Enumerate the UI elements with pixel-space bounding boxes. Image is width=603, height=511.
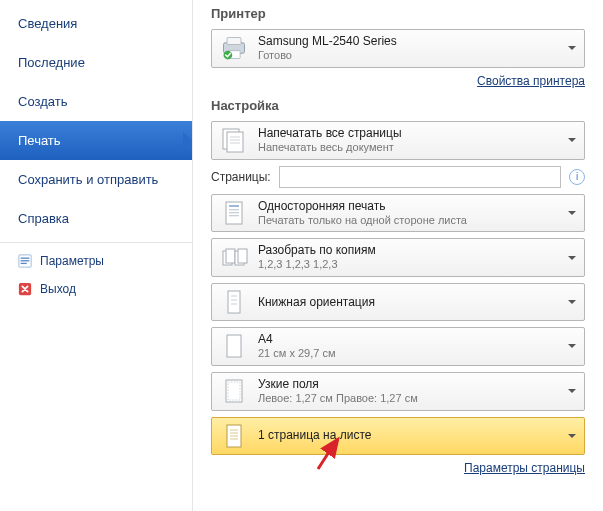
collate-selector[interactable]: Разобрать по копиям 1,2,3 1,2,3 1,2,3	[211, 238, 585, 277]
svg-rect-10	[227, 132, 243, 152]
margins-selector[interactable]: Узкие поля Левое: 1,27 см Правое: 1,27 с…	[211, 372, 585, 411]
dd-title: Книжная ориентация	[258, 295, 558, 310]
sidebar-item-recent[interactable]: Последние	[0, 43, 192, 82]
sidebar-item-print[interactable]: Печать	[0, 121, 192, 160]
dd-title: 1 страница на листе	[258, 428, 558, 443]
svg-rect-2	[21, 260, 30, 261]
svg-rect-23	[228, 291, 240, 313]
sidebar-item-new[interactable]: Создать	[0, 82, 192, 121]
chevron-down-icon	[568, 46, 576, 54]
margins-icon	[220, 377, 248, 405]
sidebar-item-save-send[interactable]: Сохранить и отправить	[0, 160, 192, 199]
dd-title: Узкие поля	[258, 377, 558, 392]
svg-rect-27	[227, 335, 241, 357]
dd-subtitle: Левое: 1,27 см Правое: 1,27 см	[258, 392, 558, 406]
exit-icon	[18, 282, 32, 296]
sidebar-item-label: Параметры	[40, 254, 104, 268]
print-range-selector[interactable]: Напечатать все страницы Напечатать весь …	[211, 121, 585, 160]
svg-rect-3	[21, 263, 27, 264]
dd-subtitle: Печатать только на одной стороне листа	[258, 214, 558, 228]
printer-properties-link[interactable]: Свойства принтера	[477, 74, 585, 88]
printer-icon	[220, 34, 248, 62]
svg-point-8	[224, 51, 233, 60]
orientation-selector[interactable]: Книжная ориентация	[211, 283, 585, 321]
svg-rect-17	[229, 212, 239, 213]
sidebar: Сведения Последние Создать Печать Сохран…	[0, 0, 193, 511]
dd-title: A4	[258, 332, 558, 347]
dd-title: Разобрать по копиям	[258, 243, 558, 258]
one-side-icon	[220, 199, 248, 227]
pages-label: Страницы:	[211, 170, 271, 184]
svg-rect-16	[229, 209, 239, 210]
sidebar-item-exit[interactable]: Выход	[0, 275, 192, 303]
paper-size-selector[interactable]: A4 21 см x 29,7 см	[211, 327, 585, 366]
backstage-print-view: Сведения Последние Создать Печать Сохран…	[0, 0, 603, 511]
chevron-down-icon	[568, 300, 576, 308]
chevron-down-icon	[568, 434, 576, 442]
dd-subtitle: 1,2,3 1,2,3 1,2,3	[258, 258, 558, 272]
svg-rect-22	[238, 249, 247, 263]
sidebar-item-label: Выход	[40, 282, 76, 296]
chevron-down-icon	[568, 256, 576, 264]
chevron-down-icon	[568, 211, 576, 219]
collate-icon	[220, 244, 248, 272]
options-icon	[18, 254, 32, 268]
dd-title: Напечатать все страницы	[258, 126, 558, 141]
pages-row: Страницы: i	[211, 166, 585, 188]
portrait-icon	[220, 288, 248, 316]
info-icon[interactable]: i	[569, 169, 585, 185]
single-page-icon	[220, 422, 248, 450]
settings-section-title: Настройка	[211, 98, 585, 113]
printer-name: Samsung ML-2540 Series	[258, 34, 558, 49]
pages-input[interactable]	[279, 166, 561, 188]
chevron-down-icon	[568, 389, 576, 397]
page-icon	[220, 332, 248, 360]
printer-selector[interactable]: Samsung ML-2540 Series Готово	[211, 29, 585, 68]
svg-rect-1	[21, 258, 30, 259]
pages-per-sheet-selector[interactable]: 1 страница на листе	[211, 417, 585, 455]
sides-selector[interactable]: Односторонняя печать Печатать только на …	[211, 194, 585, 233]
svg-rect-15	[229, 205, 239, 207]
chevron-down-icon	[568, 138, 576, 146]
printer-section-title: Принтер	[211, 6, 585, 21]
chevron-down-icon	[568, 344, 576, 352]
sidebar-item-info[interactable]: Сведения	[0, 4, 192, 43]
svg-rect-18	[229, 215, 239, 216]
printer-status: Готово	[258, 49, 558, 63]
pages-stack-icon	[220, 126, 248, 154]
sidebar-separator	[0, 242, 192, 243]
sidebar-item-options[interactable]: Параметры	[0, 247, 192, 275]
main-panel: Принтер Samsung ML-2540 Series Готово Св…	[193, 0, 603, 511]
svg-rect-6	[227, 38, 241, 45]
dd-subtitle: 21 см x 29,7 см	[258, 347, 558, 361]
sidebar-item-help[interactable]: Справка	[0, 199, 192, 238]
page-setup-link[interactable]: Параметры страницы	[464, 461, 585, 475]
dd-title: Односторонняя печать	[258, 199, 558, 214]
dd-subtitle: Напечатать весь документ	[258, 141, 558, 155]
svg-rect-20	[226, 249, 235, 263]
